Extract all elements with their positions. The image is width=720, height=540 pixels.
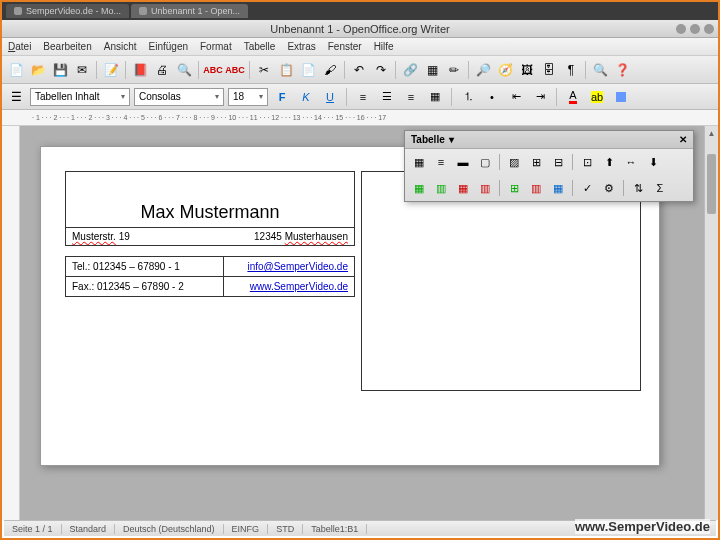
email-button[interactable]: ✉ — [72, 60, 92, 80]
undo-button[interactable]: ↶ — [349, 60, 369, 80]
maximize-button[interactable] — [690, 24, 700, 34]
status-style[interactable]: Standard — [62, 524, 116, 534]
business-card-left[interactable]: Max Mustermann Musterstr. 19 12345 Muste… — [65, 171, 355, 246]
font-name-combo[interactable]: Consolas ▾ — [134, 88, 224, 106]
align-right-button[interactable]: ≡ — [401, 88, 421, 106]
new-doc-button[interactable]: 📄 — [6, 60, 26, 80]
status-insert[interactable]: EINFG — [224, 524, 269, 534]
navigator-button[interactable]: 🧭 — [495, 60, 515, 80]
status-lang[interactable]: Deutsch (Deutschland) — [115, 524, 224, 534]
highlight-button[interactable]: ab — [587, 88, 607, 106]
select-table-icon[interactable]: ⊞ — [504, 178, 524, 198]
bold-button[interactable]: F — [272, 88, 292, 106]
save-button[interactable]: 💾 — [50, 60, 70, 80]
align-center-button[interactable]: ☰ — [377, 88, 397, 106]
insert-row-icon[interactable]: ▦ — [409, 178, 429, 198]
close-button[interactable] — [704, 24, 714, 34]
print-button[interactable]: 🖨 — [152, 60, 172, 80]
export-pdf-button[interactable]: 📕 — [130, 60, 150, 80]
bg-color-icon[interactable]: ▨ — [504, 152, 524, 172]
status-std[interactable]: STD — [268, 524, 303, 534]
select-row-icon[interactable]: ▦ — [548, 178, 568, 198]
close-icon[interactable]: ✕ — [679, 134, 687, 145]
panel-titlebar[interactable]: Tabelle ▾ ✕ — [405, 131, 693, 149]
table-toolbar-panel[interactable]: Tabelle ▾ ✕ ▦ ≡ ▬ ▢ ▨ ⊞ ⊟ ⊡ ⬆ ↔ ⬇ ▦ — [404, 130, 694, 202]
nonprint-button[interactable]: ¶ — [561, 60, 581, 80]
browser-tab-1[interactable]: SemperVideo.de - Mo... — [6, 4, 129, 18]
increase-indent-button[interactable]: ⇥ — [530, 88, 550, 106]
edit-doc-button[interactable]: 📝 — [101, 60, 121, 80]
line-style-icon[interactable]: ≡ — [431, 152, 451, 172]
underline-button[interactable]: U — [320, 88, 340, 106]
font-color-button[interactable]: A — [563, 88, 583, 106]
menu-format[interactable]: Format — [200, 41, 232, 52]
align-justify-button[interactable]: ▦ — [425, 88, 445, 106]
properties-icon[interactable]: ⚙ — [599, 178, 619, 198]
font-value: Consolas — [139, 91, 181, 102]
spellcheck-button[interactable]: ABC — [203, 60, 223, 80]
datasource-button[interactable]: 🗄 — [539, 60, 559, 80]
pin-icon[interactable]: ▾ — [449, 134, 454, 145]
business-card-right[interactable] — [361, 171, 641, 391]
menu-tabelle[interactable]: Tabelle — [244, 41, 276, 52]
sort-icon[interactable]: ⇅ — [628, 178, 648, 198]
vertical-scrollbar[interactable]: ▲ — [704, 126, 718, 520]
open-button[interactable]: 📂 — [28, 60, 48, 80]
vertical-ruler[interactable] — [2, 126, 20, 520]
window-titlebar: Unbenannt 1 - OpenOffice.org Writer — [2, 20, 718, 38]
insert-col-icon[interactable]: ▥ — [431, 178, 451, 198]
dropdown-icon: ▾ — [259, 92, 263, 101]
optimize-icon[interactable]: ⊡ — [577, 152, 597, 172]
top-align-icon[interactable]: ⬆ — [599, 152, 619, 172]
minimize-button[interactable] — [676, 24, 686, 34]
menu-hilfe[interactable]: Hilfe — [374, 41, 394, 52]
merge-cells-icon[interactable]: ⊞ — [526, 152, 546, 172]
sum-icon[interactable]: Σ — [650, 178, 670, 198]
table-button[interactable]: ▦ — [422, 60, 442, 80]
delete-row-icon[interactable]: ▦ — [453, 178, 473, 198]
align-left-button[interactable]: ≡ — [353, 88, 373, 106]
show-draw-button[interactable]: ✏ — [444, 60, 464, 80]
line-color-icon[interactable]: ▬ — [453, 152, 473, 172]
split-cells-icon[interactable]: ⊟ — [548, 152, 568, 172]
italic-button[interactable]: K — [296, 88, 316, 106]
menu-einfuegen[interactable]: Einfügen — [149, 41, 188, 52]
hyperlink-button[interactable]: 🔗 — [400, 60, 420, 80]
bullet-list-button[interactable]: • — [482, 88, 502, 106]
bg-color-button[interactable] — [611, 88, 631, 106]
menu-ansicht[interactable]: Ansicht — [104, 41, 137, 52]
browser-tab-2[interactable]: Unbenannt 1 - Open... — [131, 4, 248, 18]
horizontal-ruler[interactable]: · 1 · · · 2 · · · 1 · · · 2 · · · 3 · · … — [2, 110, 718, 126]
borders-icon[interactable]: ▢ — [475, 152, 495, 172]
select-col-icon[interactable]: ▥ — [526, 178, 546, 198]
center-align-icon[interactable]: ↔ — [621, 152, 641, 172]
menu-datei[interactable]: Datei — [8, 41, 31, 52]
styles-button[interactable]: ☰ — [6, 87, 26, 107]
scroll-thumb[interactable] — [707, 154, 716, 214]
autospell-button[interactable]: ABC — [225, 60, 245, 80]
menu-extras[interactable]: Extras — [287, 41, 315, 52]
bottom-align-icon[interactable]: ⬇ — [643, 152, 663, 172]
decrease-indent-button[interactable]: ⇤ — [506, 88, 526, 106]
table-new-icon[interactable]: ▦ — [409, 152, 429, 172]
autoformat-icon[interactable]: ✓ — [577, 178, 597, 198]
gallery-button[interactable]: 🖼 — [517, 60, 537, 80]
menu-bearbeiten[interactable]: Bearbeiten — [43, 41, 91, 52]
zoom-button[interactable]: 🔍 — [590, 60, 610, 80]
number-list-button[interactable]: ⒈ — [458, 88, 478, 106]
font-size-combo[interactable]: 18 ▾ — [228, 88, 268, 106]
menu-fenster[interactable]: Fenster — [328, 41, 362, 52]
scroll-up-icon[interactable]: ▲ — [705, 126, 718, 140]
preview-button[interactable]: 🔍 — [174, 60, 194, 80]
paragraph-style-combo[interactable]: Tabellen Inhalt ▾ — [30, 88, 130, 106]
panel-row-2: ▦ ▥ ▦ ▥ ⊞ ▥ ▦ ✓ ⚙ ⇅ Σ — [405, 175, 693, 201]
paste-button[interactable]: 📄 — [298, 60, 318, 80]
format-paint-button[interactable]: 🖌 — [320, 60, 340, 80]
help-button[interactable]: ❓ — [612, 60, 632, 80]
redo-button[interactable]: ↷ — [371, 60, 391, 80]
cut-button[interactable]: ✂ — [254, 60, 274, 80]
copy-button[interactable]: 📋 — [276, 60, 296, 80]
card-contact-block[interactable]: Tel.: 012345 – 67890 - 1 info@SemperVide… — [65, 256, 355, 297]
delete-col-icon[interactable]: ▥ — [475, 178, 495, 198]
find-button[interactable]: 🔎 — [473, 60, 493, 80]
